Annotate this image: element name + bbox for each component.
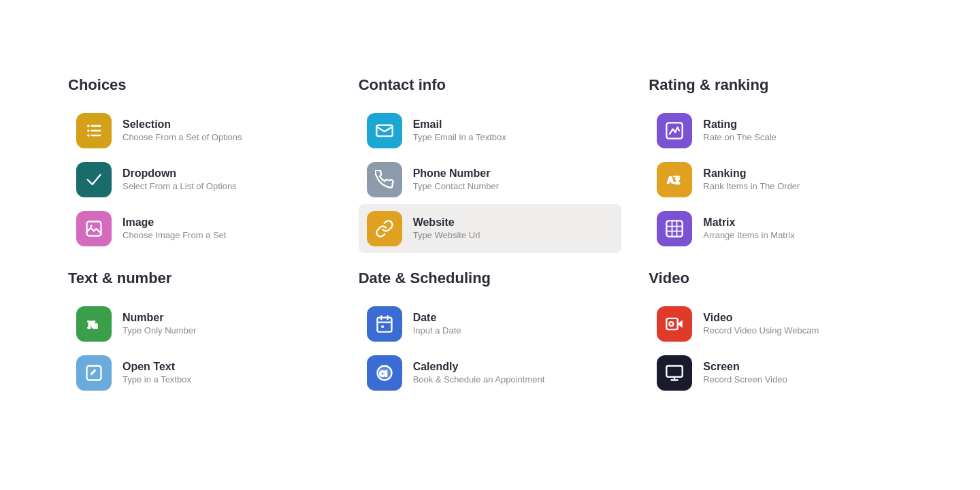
item-rating[interactable]: RatingRate on The Scale [649, 106, 912, 155]
item-number[interactable]: №NumberType Only Number [68, 299, 331, 348]
phone-text: Phone NumberType Contact Number [413, 167, 499, 193]
rating-icon [657, 113, 692, 148]
website-title: Website [413, 216, 480, 230]
item-image[interactable]: ImageChoose Image From a Set [68, 204, 331, 253]
column-rating: Rating & rankingRatingRate on The ScaleA… [635, 76, 926, 414]
website-subtitle: Type Website Url [413, 229, 480, 242]
item-matrix[interactable]: MatrixArrange Items in Matrix [649, 204, 912, 253]
number-subtitle: Type Only Number [122, 325, 196, 337]
email-icon [367, 113, 402, 148]
ranking-icon: AZ [657, 162, 692, 197]
date-subtitle: Input a Date [413, 325, 461, 337]
dropdown-subtitle: Select From a List of Options [122, 180, 237, 193]
section-title-date-&-scheduling: Date & Scheduling [359, 270, 622, 287]
item-list-contact-0: EmailType Email in a TextboxPhone Number… [359, 106, 622, 253]
date-title: Date [413, 311, 461, 325]
opentext-text: Open TextType in a Textbox [122, 360, 191, 387]
matrix-subtitle: Arrange Items in Matrix [703, 229, 794, 242]
calendly-text: CalendlyBook & Schedule an Appointment [413, 360, 545, 387]
item-dropdown[interactable]: DropdownSelect From a List of Options [68, 155, 331, 204]
svg-text:Z: Z [675, 177, 680, 185]
rating-title: Rating [703, 118, 776, 132]
opentext-title: Open Text [122, 360, 191, 374]
svg-point-5 [87, 134, 90, 137]
video-title: Video [703, 311, 819, 325]
ranking-title: Ranking [703, 167, 800, 181]
svg-rect-31 [667, 366, 683, 377]
opentext-subtitle: Type in a Textbox [122, 374, 191, 386]
item-list-choices-0: SelectionChoose From a Set of OptionsDro… [68, 106, 331, 253]
dropdown-text: DropdownSelect From a List of Options [122, 167, 237, 193]
section-title-text-&-number: Text & number [68, 270, 331, 287]
email-title: Email [413, 118, 506, 132]
svg-point-3 [87, 125, 90, 127]
video-subtitle: Record Video Using Webcam [703, 325, 819, 337]
calendly-title: Calendly [413, 360, 545, 374]
calendly-icon: CI [367, 355, 402, 391]
item-date[interactable]: DateInput a Date [359, 299, 622, 348]
number-text: NumberType Only Number [122, 311, 196, 338]
column-contact: Contact infoEmailType Email in a Textbox… [345, 76, 636, 414]
item-opentext[interactable]: Open TextType in a Textbox [68, 348, 331, 397]
phone-title: Phone Number [413, 167, 499, 181]
matrix-text: MatrixArrange Items in Matrix [703, 216, 794, 242]
svg-text:№: № [88, 318, 98, 330]
video-icon [657, 306, 692, 342]
screen-icon [657, 355, 692, 391]
screen-subtitle: Record Screen Video [703, 374, 787, 386]
dropdown-icon [76, 162, 112, 197]
ranking-subtitle: Rank Items in The Order [703, 180, 800, 193]
main-container: ChoicesSelectionChoose From a Set of Opt… [0, 35, 980, 455]
phone-icon [367, 162, 402, 197]
image-icon [76, 211, 112, 246]
matrix-title: Matrix [703, 216, 794, 230]
screen-text: ScreenRecord Screen Video [703, 360, 787, 387]
item-list-rating-1: VideoRecord Video Using WebcamScreenReco… [649, 299, 912, 397]
svg-point-30 [670, 322, 674, 326]
item-screen[interactable]: ScreenRecord Screen Video [649, 348, 912, 397]
item-video[interactable]: VideoRecord Video Using Webcam [649, 299, 912, 348]
number-title: Number [122, 311, 196, 325]
phone-subtitle: Type Contact Number [413, 180, 499, 193]
selection-text: SelectionChoose From a Set of Options [122, 118, 242, 144]
number-icon: № [76, 306, 112, 342]
item-calendly[interactable]: CICalendlyBook & Schedule an Appointment [359, 348, 622, 397]
email-subtitle: Type Email in a Textbox [413, 131, 506, 144]
calendly-subtitle: Book & Schedule an Appointment [413, 374, 545, 386]
svg-rect-23 [667, 220, 683, 236]
column-title-contact: Contact info [359, 76, 622, 94]
image-text: ImageChoose Image From a Set [122, 216, 226, 242]
item-list-rating-0: RatingRate on The ScaleAZRankingRank Ite… [649, 106, 912, 253]
svg-text:A: A [668, 175, 674, 185]
date-text: DateInput a Date [413, 311, 461, 338]
website-icon [367, 211, 402, 246]
video-text: VideoRecord Video Using Webcam [703, 311, 819, 338]
image-title: Image [122, 216, 226, 230]
item-phone[interactable]: Phone NumberType Contact Number [359, 155, 622, 204]
dropdown-title: Dropdown [122, 167, 237, 181]
matrix-icon [657, 211, 692, 246]
svg-point-7 [90, 225, 93, 227]
item-list-choices-1: №NumberType Only NumberOpen TextType in … [68, 299, 331, 397]
svg-point-4 [87, 129, 90, 132]
selection-title: Selection [122, 118, 242, 132]
item-list-contact-1: DateInput a DateCICalendlyBook & Schedul… [359, 299, 622, 397]
selection-subtitle: Choose From a Set of Options [122, 131, 242, 144]
column-title-rating: Rating & ranking [649, 76, 912, 94]
selection-icon [76, 113, 112, 148]
item-selection[interactable]: SelectionChoose From a Set of Options [68, 106, 331, 155]
item-website[interactable]: WebsiteType Website Url [359, 204, 622, 253]
section-title-video: Video [649, 270, 912, 287]
svg-rect-11 [377, 318, 391, 332]
image-subtitle: Choose Image From a Set [122, 229, 226, 242]
website-text: WebsiteType Website Url [413, 216, 480, 242]
svg-rect-28 [667, 318, 678, 329]
rating-subtitle: Rate on The Scale [703, 131, 776, 144]
opentext-icon [76, 355, 112, 391]
email-text: EmailType Email in a Textbox [413, 118, 506, 144]
svg-text:CI: CI [379, 369, 387, 378]
item-email[interactable]: EmailType Email in a Textbox [359, 106, 622, 155]
rating-text: RatingRate on The Scale [703, 118, 776, 144]
item-ranking[interactable]: AZRankingRank Items in The Order [649, 155, 912, 204]
ranking-text: RankingRank Items in The Order [703, 167, 800, 193]
